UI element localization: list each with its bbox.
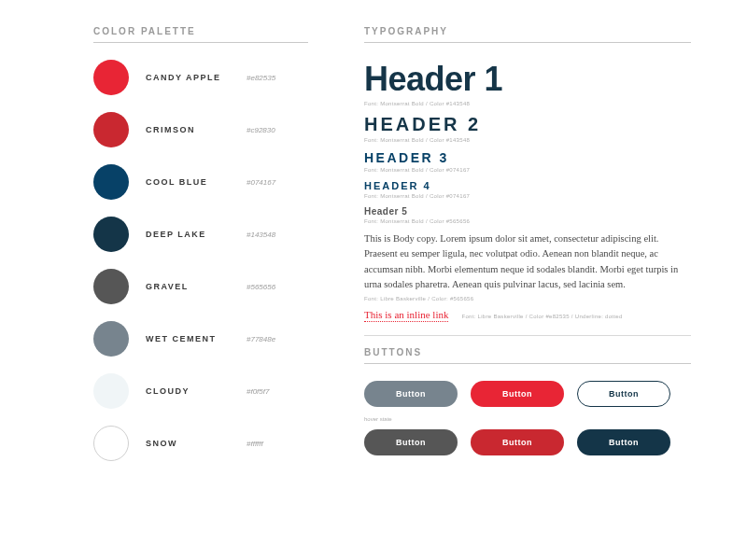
inline-link-spec: Font: Libre Baskerville / Color #e82535 …: [461, 314, 622, 319]
swatch-name: GRAVEL: [146, 282, 230, 291]
swatch-name: COOL BLUE: [146, 177, 230, 187]
swatch-name: CRIMSON: [146, 125, 230, 134]
swatch-color: [93, 321, 129, 357]
header-1: Header 1: [364, 60, 691, 99]
header-4: HEADER 4: [364, 180, 691, 191]
palette-title: COLOR PALETTE: [93, 26, 308, 43]
swatch-name: DEEP LAKE: [146, 230, 230, 239]
swatch-color: [93, 373, 129, 409]
swatch-name: WET CEMENT: [146, 334, 230, 343]
swatch-gravel: GRAVEL #565656: [93, 269, 308, 304]
header-2-spec: Font: Montserrat Bold / Color #143548: [364, 137, 691, 143]
swatch-crimson: CRIMSON #c92830: [93, 112, 308, 147]
button-default-outline[interactable]: Button: [577, 381, 670, 407]
header-3: HEADER 3: [364, 150, 691, 165]
body-copy-spec: Font: Libre Baskerville / Color: #565656: [364, 296, 691, 301]
header-5-spec: Font: Montserrat Bold / Color #565656: [364, 218, 691, 224]
button-row-hover: Button Button Button: [364, 429, 691, 455]
header-3-spec: Font: Montserrat Bold / Color #074167: [364, 167, 691, 173]
header-4-block: HEADER 4 Font: Montserrat Bold / Color #…: [364, 180, 691, 199]
swatch-snow: SNOW #ffffff: [93, 426, 308, 461]
swatch-cloudy: CLOUDY #f0f5f7: [93, 373, 308, 409]
divider: [364, 335, 691, 336]
swatch-name: SNOW: [146, 439, 230, 448]
swatch-cool-blue: COOL BLUE #074167: [93, 164, 308, 200]
header-4-spec: Font: Montserrat Bold / Color #074167: [364, 193, 691, 199]
swatch-hex: #c92830: [247, 126, 275, 134]
swatch-candy-apple: CANDY APPLE #e82535: [93, 60, 308, 95]
header-5-block: Header 5 Font: Montserrat Bold / Color #…: [364, 206, 691, 224]
button-row-default: Button Button Button: [364, 381, 691, 407]
typography-title: TYPOGRAPHY: [364, 26, 691, 43]
swatch-color: [93, 269, 129, 304]
right-column: TYPOGRAPHY Header 1 Font: Montserrat Bol…: [364, 26, 691, 534]
body-copy: This is Body copy. Lorem ipsum dolor sit…: [364, 231, 691, 292]
swatch-hex: #e82535: [247, 74, 275, 82]
swatch-hex: #565656: [247, 283, 275, 291]
swatch-color: [93, 164, 129, 200]
swatch-hex: #143548: [247, 231, 275, 239]
header-2-block: HEADER 2 Font: Montserrat Bold / Color #…: [364, 114, 691, 143]
swatch-hex: #f0f5f7: [247, 387, 269, 396]
swatch-deep-lake: DEEP LAKE #143548: [93, 217, 308, 252]
button-default-gray[interactable]: Button: [364, 381, 458, 407]
header-3-block: HEADER 3 Font: Montserrat Bold / Color #…: [364, 150, 691, 173]
swatch-name: CLOUDY: [146, 386, 230, 396]
hover-state-label: hover state: [364, 416, 691, 422]
header-5: Header 5: [364, 206, 691, 217]
swatch-color: [93, 217, 129, 252]
buttons-title: BUTTONS: [364, 347, 691, 364]
swatch-hex: #074167: [247, 178, 275, 187]
inline-link[interactable]: This is an inline link: [364, 309, 448, 322]
button-hover-red[interactable]: Button: [471, 429, 564, 455]
swatch-hex: #ffffff: [247, 440, 263, 448]
header-1-block: Header 1 Font: Montserrat Bold / Color #…: [364, 60, 691, 106]
button-hover-navy[interactable]: Button: [577, 429, 670, 455]
swatch-color: [93, 426, 129, 461]
swatch-wet-cement: WET CEMENT #77848e: [93, 321, 308, 357]
color-palette-section: COLOR PALETTE CANDY APPLE #e82535 CRIMSO…: [93, 26, 308, 534]
swatch-name: CANDY APPLE: [146, 73, 230, 82]
button-default-red[interactable]: Button: [471, 381, 564, 407]
swatch-hex: #77848e: [247, 335, 275, 343]
swatch-color: [93, 60, 129, 95]
header-2: HEADER 2: [364, 114, 691, 135]
header-1-spec: Font: Montserrat Bold / Color #143548: [364, 101, 691, 106]
swatch-color: [93, 112, 129, 147]
inline-link-row: This is an inline link Font: Libre Baske…: [364, 309, 691, 322]
button-hover-gray[interactable]: Button: [364, 429, 458, 455]
